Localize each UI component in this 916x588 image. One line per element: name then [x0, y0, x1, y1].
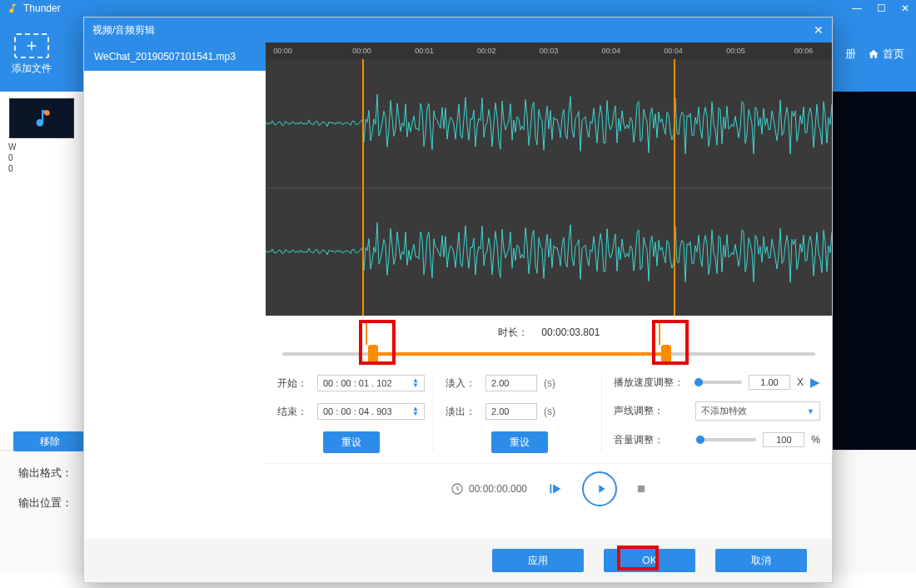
register-link[interactable]: 册	[845, 47, 856, 62]
trim-handle-end[interactable]	[661, 345, 671, 363]
end-label: 结束：	[277, 405, 311, 419]
trim-handle-start[interactable]	[368, 345, 378, 363]
duration-value: 00:00:03.801	[541, 326, 600, 338]
speed-slider[interactable]	[695, 381, 742, 384]
dialog-close-icon[interactable]: ✕	[814, 23, 824, 37]
add-file-label: 添加文件	[12, 62, 52, 76]
chevron-down-icon: ▼	[807, 407, 814, 416]
volume-slider[interactable]	[695, 438, 756, 441]
svg-rect-2	[638, 485, 645, 491]
timeline-ruler: 00:00 00:00 00:01 00:02 00:03 00:04 00:0…	[266, 42, 832, 59]
add-file-button[interactable]: 添加文件	[12, 33, 52, 76]
waveform-channel-1	[266, 59, 832, 187]
svg-point-0	[44, 110, 50, 116]
start-label: 开始：	[277, 376, 311, 391]
pitch-select[interactable]: 不添加特效▼	[695, 401, 820, 421]
close-button[interactable]: ✕	[901, 2, 909, 14]
apply-button[interactable]: 应用	[492, 549, 584, 572]
trim-slider[interactable]	[282, 346, 815, 361]
music-note-icon	[31, 107, 52, 129]
spinner-icon[interactable]: ▲▼	[412, 378, 419, 388]
media-thumbnail[interactable]	[9, 98, 74, 138]
pitch-label: 声线调整：	[614, 404, 689, 418]
speed-x: X	[797, 376, 804, 388]
spinner-icon[interactable]: ▲▼	[412, 406, 419, 416]
add-file-icon	[14, 33, 49, 58]
volume-value-input[interactable]: 100	[763, 432, 804, 447]
seconds-unit: (s)	[544, 406, 555, 417]
trim-dialog: 视频/音频剪辑 ✕ WeChat_20190507101541.mp3 00:0…	[83, 17, 833, 583]
remove-button[interactable]: 移除	[13, 431, 87, 451]
fadein-input[interactable]: 2.00	[485, 375, 537, 391]
seconds-unit: (s)	[544, 377, 555, 389]
step-icon	[545, 480, 564, 498]
app-logo-icon	[7, 2, 18, 14]
stop-button[interactable]	[635, 483, 647, 495]
dialog-title: 视频/音频剪辑	[92, 23, 155, 37]
home-icon	[868, 48, 879, 60]
end-time-input[interactable]: 00 : 00 : 04 . 903 ▲▼	[317, 403, 425, 420]
speed-label: 播放速度调整：	[614, 376, 689, 390]
preview-speed-icon[interactable]: ▶	[810, 375, 820, 390]
step-button[interactable]	[545, 480, 564, 498]
stop-icon	[635, 483, 647, 495]
percent-unit: %	[811, 434, 820, 446]
play-icon	[595, 482, 608, 496]
speed-value-input[interactable]: 1.00	[749, 375, 790, 390]
home-link[interactable]: 首页	[868, 47, 904, 62]
playback-time: 00:00:00.000	[469, 483, 527, 495]
duration-label: 时长：	[498, 326, 528, 338]
waveform-channel-2	[266, 187, 832, 316]
output-format-label: 输出格式：	[18, 466, 72, 481]
reset-fade-button[interactable]: 重设	[491, 431, 548, 453]
file-list-item[interactable]: WeChat_20190507101541.mp3	[84, 42, 266, 71]
fadein-label: 淡入：	[446, 376, 479, 391]
selection-end-line	[674, 59, 675, 316]
volume-label: 音量调整：	[614, 433, 689, 447]
output-path-label: 输出位置：	[18, 496, 72, 511]
cancel-button[interactable]: 取消	[715, 549, 807, 572]
maximize-button[interactable]: ☐	[877, 2, 886, 14]
thumb-text: W 0 0	[3, 142, 80, 174]
ok-button[interactable]: OK	[604, 549, 695, 572]
clock-icon	[451, 482, 464, 496]
selection-start-line	[362, 59, 364, 316]
start-time-input[interactable]: 00 : 00 : 01 . 102 ▲▼	[317, 375, 425, 391]
fadeout-input[interactable]: 2.00	[485, 403, 537, 420]
reset-time-button[interactable]: 重设	[323, 431, 380, 453]
fadeout-label: 淡出：	[446, 405, 479, 419]
play-button[interactable]	[582, 471, 617, 506]
minimize-button[interactable]: —	[852, 2, 862, 14]
waveform-display[interactable]	[266, 59, 832, 316]
app-title: Thunder	[23, 2, 852, 14]
